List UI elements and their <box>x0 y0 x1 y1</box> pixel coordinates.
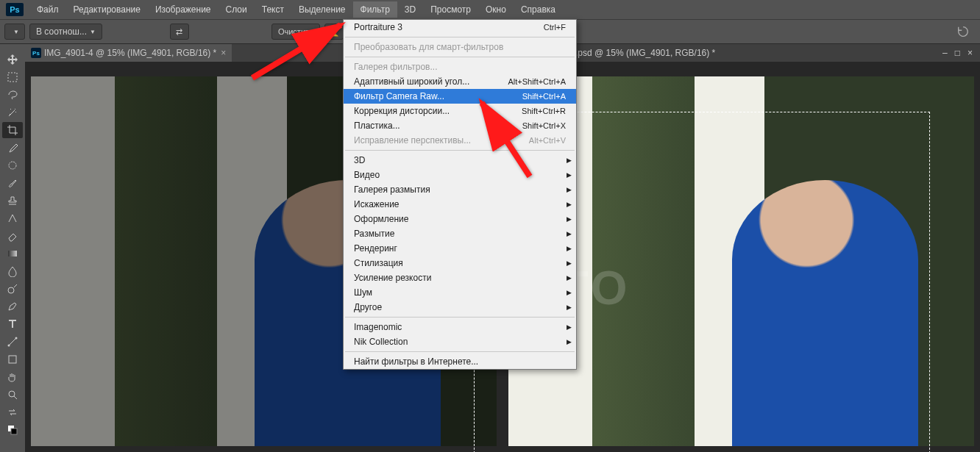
menu-item-label: Размытие <box>354 229 394 239</box>
menu-item-label: Искажение <box>354 199 400 209</box>
document-tab-active[interactable]: Ps IMG_4901-4 @ 15% (IMG_4901, RGB/16) *… <box>25 44 232 62</box>
zoom-tool[interactable] <box>2 387 23 403</box>
chevron-right-icon: ▶ <box>567 338 572 345</box>
chevron-right-icon: ▶ <box>567 259 572 267</box>
menu-item-label: 3D <box>354 155 365 165</box>
swap-tool[interactable] <box>2 404 23 420</box>
swap-icon[interactable]: ⇄ <box>170 24 189 40</box>
menu-item-label: Усиление резкости <box>354 273 431 283</box>
menu-item-label: Адаптивный широкий угол... <box>354 76 469 87</box>
menu-item[interactable]: Portraiture 3Ctrl+F <box>344 20 576 35</box>
toolbox <box>0 47 25 452</box>
text-tool[interactable] <box>2 316 23 332</box>
svg-line-11 <box>482 103 530 176</box>
menu-item-label: Фильтр Camera Raw... <box>354 91 444 101</box>
marquee-tool[interactable] <box>2 69 23 85</box>
ratio-dropdown-label: В соотнош... <box>36 26 87 37</box>
patch-tool[interactable] <box>2 157 23 173</box>
canvas-image-right <box>508 76 974 446</box>
svg-line-10 <box>252 25 341 78</box>
menu-файл[interactable]: Файл <box>29 1 66 18</box>
svg-point-7 <box>9 391 15 397</box>
pen-tool[interactable] <box>2 298 23 315</box>
chevron-right-icon: ▶ <box>567 186 572 193</box>
blur-tool[interactable] <box>2 263 23 279</box>
menu-item[interactable]: Найти фильтры в Интернете... <box>344 354 576 369</box>
menu-3d[interactable]: 3D <box>397 1 423 18</box>
svg-point-5 <box>15 337 18 340</box>
menu-item-label: Исправление перспективы... <box>354 135 471 146</box>
close-icon[interactable]: × <box>221 48 226 58</box>
menu-separator <box>345 317 575 318</box>
menu-item[interactable]: Адаптивный широкий угол...Alt+Shift+Ctrl… <box>344 74 576 89</box>
menu-item[interactable]: Стилизация▶ <box>344 256 576 270</box>
menu-item-label: Галерея фильтров... <box>354 62 437 72</box>
annotation-arrow-1 <box>249 19 352 87</box>
svg-point-3 <box>8 287 14 293</box>
undo-history-icon[interactable] <box>951 24 976 40</box>
menu-редактирование[interactable]: Редактирование <box>66 1 148 18</box>
svg-rect-0 <box>8 73 17 82</box>
close-icon[interactable]: × <box>967 48 973 58</box>
document-tab-behind[interactable]: .psd @ 15% (IMG_4901, RGB/16) * <box>569 44 721 62</box>
menu-окно[interactable]: Окно <box>478 1 514 18</box>
maximize-icon[interactable]: □ <box>955 48 960 58</box>
path-tool[interactable] <box>2 334 23 350</box>
menu-item-label: Пластика... <box>354 121 400 131</box>
stamp-tool[interactable] <box>2 193 23 209</box>
brush-tool[interactable] <box>2 175 23 191</box>
menu-справка[interactable]: Справка <box>514 1 563 18</box>
wand-tool[interactable] <box>2 104 23 121</box>
chevron-right-icon: ▶ <box>567 157 572 164</box>
svg-rect-6 <box>9 356 16 363</box>
menu-item[interactable]: Рендеринг▶ <box>344 241 576 256</box>
menu-item-label: Оформление <box>354 214 408 224</box>
chevron-right-icon: ▶ <box>567 230 572 237</box>
colors-tool[interactable] <box>2 422 23 438</box>
filter-menu-dropdown: Portraiture 3Ctrl+FПреобразовать для сма… <box>343 19 577 370</box>
svg-point-4 <box>8 345 10 347</box>
dodge-tool[interactable] <box>2 281 23 297</box>
menu-item[interactable]: Nik Collection▶ <box>344 334 576 349</box>
menu-item-label: Стилизация <box>354 258 403 268</box>
menu-фильтр[interactable]: Фильтр <box>353 1 397 18</box>
menu-item-label: Portraiture 3 <box>354 22 402 32</box>
chevron-right-icon: ▶ <box>567 304 572 311</box>
menu-item-label: Видео <box>354 170 380 180</box>
menu-item[interactable]: Искажение▶ <box>344 197 576 212</box>
menu-item-label: Найти фильтры в Интернете... <box>354 356 478 367</box>
gradient-tool[interactable] <box>2 245 23 262</box>
minimize-icon[interactable]: – <box>942 48 948 58</box>
lasso-tool[interactable] <box>2 87 23 103</box>
chevron-right-icon: ▶ <box>567 215 572 223</box>
menu-просмотр[interactable]: Просмотр <box>423 1 478 18</box>
menu-слои[interactable]: Слои <box>219 1 255 18</box>
svg-rect-2 <box>8 251 17 257</box>
menu-item-label: Imagenomic <box>354 322 402 332</box>
eraser-tool[interactable] <box>2 228 23 244</box>
menu-item[interactable]: Усиление резкости▶ <box>344 270 576 285</box>
chevron-right-icon: ▶ <box>567 171 572 179</box>
chevron-down-icon: ▼ <box>13 29 19 35</box>
chevron-right-icon: ▶ <box>567 323 572 331</box>
annotation-arrow-2 <box>471 96 544 186</box>
eyedrop-tool[interactable] <box>2 140 23 156</box>
menu-item[interactable]: Imagenomic▶ <box>344 320 576 334</box>
document-tab-label: .psd @ 15% (IMG_4901, RGB/16) * <box>575 48 715 58</box>
menu-item[interactable]: Шум▶ <box>344 285 576 300</box>
shape-tool[interactable] <box>2 351 23 367</box>
menu-separator <box>345 37 575 37</box>
menu-item[interactable]: Другое▶ <box>344 300 576 315</box>
menu-item[interactable]: Оформление▶ <box>344 212 576 226</box>
ratio-dropdown[interactable]: В соотнош... ▼ <box>29 24 102 40</box>
crop-tool-icon[interactable]: ▼ <box>4 24 25 40</box>
menu-item[interactable]: Размытие▶ <box>344 226 576 241</box>
menu-текст[interactable]: Текст <box>255 1 291 18</box>
menu-выделение[interactable]: Выделение <box>291 1 353 18</box>
history-tool[interactable] <box>2 210 23 226</box>
crop-tool[interactable] <box>2 122 23 138</box>
menu-изображение[interactable]: Изображение <box>148 1 219 18</box>
document-tab-label: IMG_4901-4 @ 15% (IMG_4901, RGB/16) * <box>44 48 216 58</box>
move-tool[interactable] <box>2 51 23 68</box>
hand-tool[interactable] <box>2 369 23 385</box>
